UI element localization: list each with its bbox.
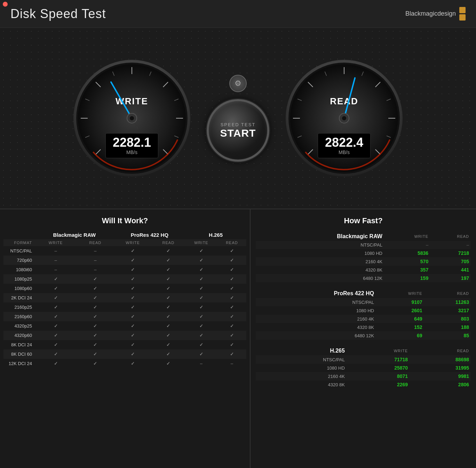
hf-write-header: WRITE [384,231,430,241]
hf-read-val: 7218 [430,249,471,257]
hf-row: 4320 8K 152 188 [256,323,471,331]
h265-read-cell: – [217,359,246,368]
h265-read-cell: ✓ [217,256,246,265]
h265-write-cell: ✓ [185,274,217,284]
hf-write-header: WRITE [376,288,424,298]
h265-write-cell: ✓ [185,284,217,293]
h265-write-cell: – [185,359,217,368]
write-gauge: WRITE 2282.1 MB/s [71,57,193,179]
h265-read-cell: ✓ [217,302,246,312]
format-cell: NTSC/PAL [3,246,35,256]
h265-write-cell: ✓ [185,246,217,256]
gauges-section: WRITE 2282.1 MB/s ⚙ SPEED [0,28,476,209]
read-value-box: 2822.4 MB/s [318,133,371,158]
pro-write-cell: ✓ [114,340,152,349]
pro-write-cell: ✓ [114,349,152,359]
brand-logo [459,7,466,21]
braw-read-cell: ✓ [77,321,114,331]
how-fast-content: Blackmagic RAWWRITEREAD NTSC/PAL – – 108… [256,231,471,389]
hf-read-val: 188 [424,323,471,331]
format-cell: 2160p60 [3,312,35,321]
braw-write-cell: ✓ [35,359,77,368]
svg-point-21 [130,116,134,120]
format-cell: 1080i60 [3,265,35,274]
read-unit: MB/s [325,150,363,155]
hf-write-val: 570 [384,257,430,266]
hf-write-val: – [384,241,430,249]
hf-row: 1080 HD 2601 3217 [256,306,471,315]
hf-write-val: 9107 [376,298,424,306]
h265-write-cell: ✓ [185,256,217,265]
hf-row-label: 1080 HD [256,364,347,372]
hf-codec-section: H.265WRITEREAD NTSC/PAL 71718 88698 1080… [256,345,471,389]
format-cell: 1080p60 [3,284,35,293]
pro-write-cell: ✓ [114,302,152,312]
hf-row-label: 4320 8K [256,323,376,331]
hf-row-label: 4320 8K [256,380,347,389]
hf-read-val: 705 [430,257,471,266]
hf-row-label: 2160 4K [256,372,347,380]
close-button[interactable] [3,2,8,7]
h265-write-header: WRITE [185,239,217,246]
format-cell: 8K DCI 24 [3,340,35,349]
how-fast-title: How Fast? [256,216,471,225]
start-button[interactable]: SPEED TEST START [207,99,269,162]
pro-read-cell: ✓ [152,340,185,349]
hf-row: 1080 HD 25870 31995 [256,364,471,372]
braw-read-cell: ✓ [77,349,114,359]
hf-write-val: 25870 [347,364,410,372]
hf-read-val: 2806 [410,380,471,389]
h265-header: H.265 [185,231,246,239]
hf-read-val: 9981 [410,372,471,380]
hf-row: 4320 8K 2269 2806 [256,380,471,389]
will-it-work-title: Will It Work? [3,216,246,225]
h265-read-cell: ✓ [217,340,246,349]
pro-read-header: READ [152,239,185,246]
prores-header: ProRes 422 HQ [114,231,185,239]
hf-row-label: 2160 4K [256,257,384,266]
pro-write-cell: ✓ [114,293,152,302]
hf-write-val: 159 [384,274,430,282]
braw-header: Blackmagic RAW [35,231,114,239]
speed-test-label: SPEED TEST [221,122,256,127]
table-row: 1080i60 – – ✓ ✓ ✓ ✓ [3,265,246,274]
format-cell: 1080p25 [3,274,35,284]
pro-read-cell: ✓ [152,312,185,321]
h265-write-cell: ✓ [185,331,217,340]
table-row: 2160p25 ✓ ✓ ✓ ✓ ✓ ✓ [3,302,246,312]
format-sub-label: FORMAT [3,239,35,246]
hf-row: 2160 4K 570 705 [256,257,471,266]
hf-read-header: READ [424,288,471,298]
braw-read-cell: – [77,256,114,265]
pro-read-cell: ✓ [152,284,185,293]
settings-button[interactable]: ⚙ [229,75,247,92]
hf-write-val: 649 [376,315,424,323]
start-label: START [220,127,256,139]
hf-row-label: 4320 8K [256,266,384,274]
hf-table: H.265WRITEREAD NTSC/PAL 71718 88698 1080… [256,345,471,389]
hf-row: 4320 8K 357 441 [256,266,471,274]
hf-row: 1080 HD 5836 7218 [256,249,471,257]
h265-write-cell: ✓ [185,265,217,274]
h265-write-cell: ✓ [185,349,217,359]
hf-row: 2160 4K 8071 9981 [256,372,471,380]
hf-write-header: WRITE [347,345,410,355]
app-title: Disk Speed Test [10,7,106,21]
h265-read-cell: ✓ [217,246,246,256]
braw-read-cell: – [77,246,114,256]
hf-row: NTSC/PAL – – [256,241,471,249]
codec-name: Blackmagic RAW [256,231,384,241]
hf-write-val: 152 [376,323,424,331]
table-row: 8K DCI 60 ✓ ✓ ✓ ✓ ✓ ✓ [3,349,246,359]
svg-point-42 [342,116,346,120]
braw-read-cell: ✓ [77,331,114,340]
brand-logo-square-1 [459,7,466,13]
braw-write-header: WRITE [35,239,77,246]
h265-read-header: READ [217,239,246,246]
read-gauge: READ 2822.4 MB/s [283,57,405,179]
pro-write-cell: ✓ [114,321,152,331]
table-row: 720p60 – – ✓ ✓ ✓ ✓ [3,256,246,265]
will-it-work-table: Blackmagic RAW ProRes 422 HQ H.265 FORMA… [3,231,246,368]
format-cell: 2K DCI 24 [3,293,35,302]
hf-read-val: 85 [424,331,471,340]
